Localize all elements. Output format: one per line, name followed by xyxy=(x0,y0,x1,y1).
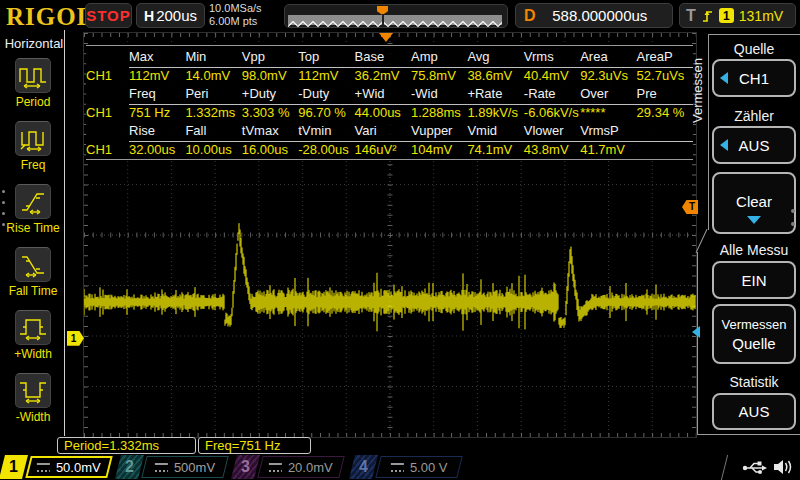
channel-label: CH1 xyxy=(86,67,129,84)
sample-rate: 10.0MSa/s xyxy=(209,2,262,15)
measure-value-cell: 43.8mV xyxy=(524,141,580,158)
trigger-position-marker-icon[interactable] xyxy=(379,33,393,42)
measure-header-cell: Vrms xyxy=(524,47,580,68)
memory-depth: 6.00M pts xyxy=(209,15,262,28)
trigger-source-badge: 1 xyxy=(719,8,734,23)
down-arrow-icon xyxy=(747,216,761,224)
measure-header-cell: Over xyxy=(580,84,636,105)
channel-label: CH1 xyxy=(86,104,129,121)
sidebar-item-fall-time[interactable]: Fall Time xyxy=(0,247,66,298)
measure-header-cell: Vpp xyxy=(242,47,298,68)
sidebar-item-rise-time[interactable]: Rise Time xyxy=(0,184,66,235)
rigol-logo: RIGOL xyxy=(6,3,94,31)
menu-button-statistik[interactable]: AUS xyxy=(712,393,796,430)
sidebar-item-freq[interactable]: Freq xyxy=(0,121,66,172)
channel-2-scale[interactable]: 500mV xyxy=(141,456,228,478)
measure-header-cell: -Duty xyxy=(298,84,354,105)
sidebar-item--width[interactable]: +Width xyxy=(0,310,66,361)
trigger-label: T xyxy=(686,7,696,25)
oscilloscope-screen: RIGOL STOP H 200us 10.0MSa/s 6.00M pts D… xyxy=(0,0,800,480)
measure-value-cell: 52.7uVs xyxy=(637,67,693,84)
sidebar-item-period[interactable]: Period xyxy=(0,58,66,109)
menu-button-zaehler[interactable]: AUS xyxy=(712,126,796,164)
measure-value-cell: 146uV² xyxy=(355,141,411,158)
rising-edge-icon xyxy=(701,8,714,24)
channel1-ground-marker-icon[interactable]: 1 xyxy=(67,331,84,346)
channel-1-scale[interactable]: 50.0mV xyxy=(25,456,112,478)
dc-coupling-icon xyxy=(155,463,168,472)
minus-width-icon xyxy=(15,373,51,408)
menu-button-alle-messu[interactable]: EIN xyxy=(712,261,796,299)
channel-1-button[interactable]: 1 xyxy=(0,455,28,479)
delay-readout-box: D 588.000000us xyxy=(515,3,673,28)
measure-header-cell: tVmin xyxy=(298,121,354,142)
freq-icon xyxy=(15,121,51,156)
horizontal-timebase-box: H 200us xyxy=(136,3,205,28)
measure-value-cell: 1.332ms xyxy=(185,104,241,121)
trigger-status-box: T 1 131mV xyxy=(679,3,796,28)
measure-value-cell: -28.00us xyxy=(298,141,354,158)
speaker-icon[interactable] xyxy=(772,458,794,476)
measure-header-cell: +Duty xyxy=(242,84,298,105)
memory-waveform-icon xyxy=(288,19,502,29)
run-state-indicator: STOP xyxy=(85,3,132,28)
measure-header-cell: Freq xyxy=(129,84,185,105)
measure-value-cell: 36.2mV xyxy=(355,67,411,84)
measure-value-cell: 1.288ms xyxy=(411,104,467,121)
measure-value-cell: -6.06kV/s xyxy=(524,104,580,121)
sidebar-title: Horizontal xyxy=(3,36,65,51)
measure-value-cell: 98.0mV xyxy=(242,67,298,84)
delay-label: D xyxy=(524,7,536,25)
measure-header-row: FreqPeri+Duty-Duty+Wid-Wid+Rate-RateOver… xyxy=(86,84,693,104)
measure-header-cell: Vmid xyxy=(467,121,523,142)
measure-header-cell: +Wid xyxy=(355,84,411,105)
left-arrow-icon xyxy=(720,72,728,84)
measure-header-row: RiseFalltVmaxtVminVariVupperVmidVlowerVr… xyxy=(86,121,693,141)
sidebar-item-label: -Width xyxy=(0,410,66,424)
menu-page-dots xyxy=(791,200,795,235)
menu-tab-title: Vermessen xyxy=(690,38,708,143)
sidebar-item--width[interactable]: -Width xyxy=(0,373,66,424)
channel-3-button[interactable]: 3 xyxy=(231,455,260,479)
menu-label-quelle: Quelle xyxy=(710,41,798,57)
measure-header-cell: Fall xyxy=(185,121,241,142)
waveform-memory-bar xyxy=(284,4,508,28)
measure-value-row: CH1751 Hz1.332ms3.303 %96.70 %44.00us1.2… xyxy=(86,104,693,121)
left-arrow-icon xyxy=(720,139,728,151)
menu-button-quelle[interactable]: CH1 xyxy=(712,59,796,97)
menu-button-clear[interactable]: Clear xyxy=(712,172,796,234)
menu-button-vermessen-quelle[interactable]: Vermessen Quelle xyxy=(712,304,796,364)
sidebar-item-label: +Width xyxy=(0,347,66,361)
channel-4-button[interactable]: 4 xyxy=(349,455,378,479)
acquisition-info: 10.0MSa/s 6.00M pts xyxy=(209,2,262,28)
measurement-table: MaxMinVppTopBaseAmpAvgVrmsAreaAreaPCH111… xyxy=(86,45,693,160)
measure-value-cell: 751 Hz xyxy=(129,104,185,121)
sidebar-item-label: Period xyxy=(0,95,66,109)
measure-header-cell: Pre xyxy=(637,84,693,105)
channel-2-button[interactable]: 2 xyxy=(115,455,144,479)
trigger-level-value: 131mV xyxy=(739,8,783,24)
measure-value-cell: 41.7mV xyxy=(580,141,636,158)
measure-value-cell: 38.6mV xyxy=(467,67,523,84)
channel-4-scale[interactable]: 5.00 V xyxy=(375,456,462,478)
measure-header-cell: VrmsP xyxy=(580,121,636,142)
measure-header-row: MaxMinVppTopBaseAmpAvgVrmsAreaAreaP xyxy=(86,47,693,67)
sidebar-item-label: Rise Time xyxy=(0,221,66,235)
usb-icon[interactable] xyxy=(742,459,768,476)
measure-header-cell: Avg xyxy=(467,47,523,68)
measure-value-cell: 16.00us xyxy=(242,141,298,158)
measure-header-cell: Rise xyxy=(129,121,185,142)
dc-coupling-icon xyxy=(391,463,404,472)
measure-header-cell: Base xyxy=(355,47,411,68)
channel-3-scale[interactable]: 20.0mV xyxy=(257,456,344,478)
rise-time-icon xyxy=(15,184,51,219)
fall-time-icon xyxy=(15,247,51,282)
measure-header-cell: Area xyxy=(580,47,636,68)
plus-width-icon xyxy=(15,310,51,345)
measure-value-cell: 74.1mV xyxy=(467,141,523,158)
measure-value-cell: 3.303 % xyxy=(242,104,298,121)
measure-header-cell: Vlower xyxy=(524,121,580,142)
measure-header-cell: Peri xyxy=(185,84,241,105)
measure-value-cell: 96.70 % xyxy=(298,104,354,121)
horizontal-label: H xyxy=(144,8,154,24)
